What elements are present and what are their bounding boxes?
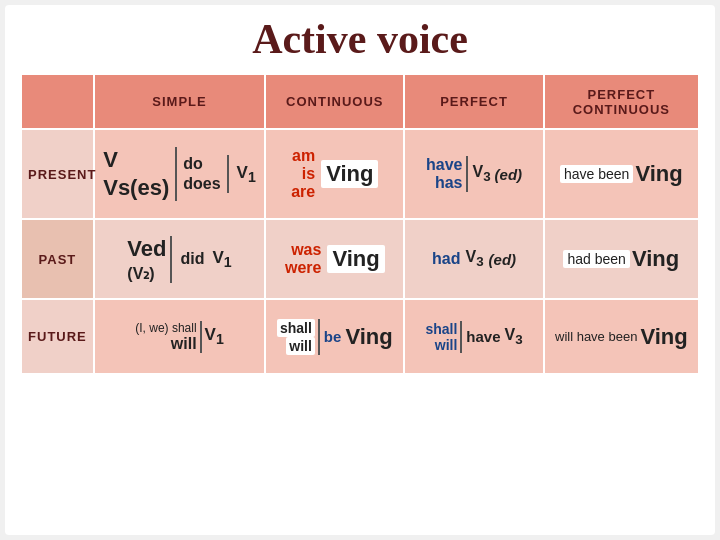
present-cont-am: am [292, 147, 315, 165]
future-continuous-cell: shall will be Ving [265, 299, 404, 374]
past-label: PAST [21, 219, 94, 299]
future-simple-will: will [171, 335, 197, 353]
past-cont-were: were [285, 259, 321, 277]
future-perfect-cell: shall will have V3 [404, 299, 543, 374]
future-simple-cell: (I, we) shall will V1 [94, 299, 265, 374]
past-simple-did: did [180, 250, 204, 268]
header-row: SIMPLE CONTINUOUS PERFECT PERFECT CONTIN… [21, 74, 699, 129]
past-perfect-cell: had V3 (ed) [404, 219, 543, 299]
present-cont-is: is [302, 165, 315, 183]
present-cont-ving: Ving [321, 160, 378, 188]
header-continuous: CONTINUOUS [265, 74, 404, 129]
future-perfcont-ving: Ving [640, 324, 687, 350]
header-perfect: PERFECT [404, 74, 543, 129]
future-cont-be: be [324, 328, 342, 345]
past-cont-ving: Ving [327, 245, 384, 273]
past-perf-had: had [432, 250, 460, 268]
present-perf-v3: V3 [472, 163, 490, 184]
future-perf-shall: shall [425, 321, 457, 337]
grammar-table: SIMPLE CONTINUOUS PERFECT PERFECT CONTIN… [20, 73, 700, 375]
present-cont-are: are [291, 183, 315, 201]
present-perf-ed: (ed) [495, 166, 523, 183]
future-row: FUTURE (I, we) shall will V1 shall [21, 299, 699, 374]
page-title: Active voice [20, 15, 700, 63]
future-cont-ving: Ving [345, 324, 392, 350]
present-row: PRESENT V Vs(es) do does V1 [21, 129, 699, 219]
past-simple-v1: V1 [212, 248, 231, 270]
present-simple-cell: V Vs(es) do does V1 [94, 129, 265, 219]
header-simple: SIMPLE [94, 74, 265, 129]
present-perfcont-ving: Ving [635, 161, 682, 187]
present-continuous-cell: am is are Ving [265, 129, 404, 219]
future-perf-v3: V3 [505, 326, 523, 347]
present-perfcont-havebeen: have been [560, 165, 633, 183]
future-perfcont-cell: will have been Ving [544, 299, 699, 374]
past-perf-v3: V3 [465, 248, 483, 269]
present-simple-v: V [103, 147, 118, 173]
past-cont-was: was [291, 241, 321, 259]
present-simple-v1: V1 [237, 163, 256, 185]
past-continuous-cell: was were Ving [265, 219, 404, 299]
future-perf-have: have [466, 328, 500, 345]
past-simple-v2: (V₂) [127, 264, 154, 283]
past-perfcont-ving: Ving [632, 246, 679, 272]
present-perfect-cell: have has V3 (ed) [404, 129, 543, 219]
present-simple-does: does [183, 175, 220, 193]
future-simple-v1: V1 [205, 325, 224, 347]
future-cont-will: will [286, 337, 315, 355]
header-label [21, 74, 94, 129]
past-row: PAST Ved (V₂) did V1 was [21, 219, 699, 299]
present-label: PRESENT [21, 129, 94, 219]
future-simple-ishall: (I, we) shall [135, 321, 196, 335]
present-perf-has: has [435, 174, 463, 192]
present-simple-do: do [183, 155, 203, 173]
page: Active voice SIMPLE CONTINUOUS PERFECT P… [5, 5, 715, 535]
present-perf-have: have [426, 156, 462, 174]
present-perfcont-cell: have been Ving [544, 129, 699, 219]
future-perfcont-willhavebeen: will have been [555, 329, 637, 344]
past-simple-ved: Ved [127, 236, 166, 262]
past-perfcont-hadbeen: had been [563, 250, 629, 268]
header-perfect-continuous: PERFECT CONTINUOUS [544, 74, 699, 129]
future-label: FUTURE [21, 299, 94, 374]
past-perf-ed: (ed) [489, 251, 517, 268]
past-perfcont-cell: had been Ving [544, 219, 699, 299]
past-simple-cell: Ved (V₂) did V1 [94, 219, 265, 299]
future-cont-shall: shall [277, 319, 315, 337]
future-perf-will: will [435, 337, 458, 353]
present-simple-vs: Vs(es) [103, 175, 169, 201]
